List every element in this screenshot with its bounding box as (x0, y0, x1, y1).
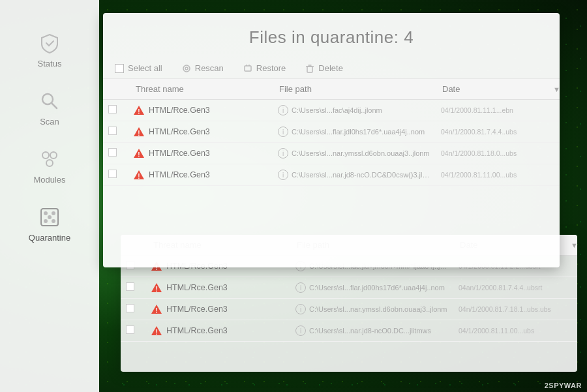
warning-icon: ! (151, 282, 162, 294)
sort-icon: ▼ (571, 241, 577, 249)
table-row[interactable]: ! HTML/Rce.Gen3 i C:\Users\sl...flar.jdl… (103, 121, 560, 143)
svg-rect-21 (245, 66, 251, 71)
row-date: 04an/1/2000.81.7.4.4..ubsrt (453, 284, 564, 292)
warning-icon: ! (133, 126, 145, 138)
svg-point-10 (48, 215, 52, 219)
rescan-item[interactable]: Rescan (182, 63, 224, 73)
sort-icon: ▼ (553, 85, 560, 93)
row-threat-cell: ! HTML/Rce.Gen3 (129, 147, 273, 159)
row-info-cell: i C:\Users\sl...nar.ymssl.d6obn.ouaaj3..… (290, 304, 453, 314)
info-icon[interactable]: i (295, 325, 306, 336)
svg-text:!: ! (138, 108, 140, 115)
row-threat-name: HTML/Rce.Gen3 (166, 305, 228, 314)
row-checkbox[interactable] (108, 105, 117, 113)
svg-point-3 (50, 152, 57, 158)
row-threat-name: HTML/Rce.Gen3 (149, 127, 210, 136)
row-checkbox[interactable] (108, 127, 117, 135)
sidebar-item-quarantine[interactable]: Quarantine (0, 194, 99, 252)
sidebar-item-modules[interactable]: Modules (0, 136, 99, 194)
toolbar: Select all Rescan Restore Delete (103, 58, 560, 79)
row-info-cell: i C:\Users\sl...fac\aj4dij..jlonm (273, 105, 436, 115)
warning-icon: ! (133, 104, 145, 116)
row-checkbox-cell[interactable] (103, 170, 129, 180)
col-date: Date (436, 84, 547, 94)
modules-icon (38, 147, 61, 171)
info-icon[interactable]: i (278, 148, 288, 158)
svg-point-20 (185, 67, 188, 70)
row-threat-cell: ! HTML/Rce.Gen3 (129, 126, 273, 138)
row-file-path: C:\Users\sl...nar.jd8-ncO0.DC...jlitmws (309, 327, 431, 335)
row-checkbox-cell[interactable] (103, 105, 129, 115)
svg-point-2 (42, 152, 49, 158)
table-row[interactable]: ! HTML/Rce.Gen3 i C:\Users\sl...flar.jd0… (121, 277, 577, 299)
row-info-cell: i C:\Users\sl...nar.ymssl.d6obn.ouaaj3..… (273, 148, 436, 158)
col-checkbox (103, 84, 129, 94)
delete-item[interactable]: Delete (305, 63, 343, 73)
svg-text:!: ! (138, 151, 140, 158)
svg-point-4 (46, 160, 53, 166)
sidebar-item-label: Scan (40, 117, 59, 127)
row-checkbox-cell[interactable] (103, 127, 129, 137)
warning-icon: ! (151, 303, 162, 315)
info-icon[interactable]: i (295, 304, 306, 314)
row-checkbox-cell[interactable] (121, 325, 147, 336)
row-threat-cell: ! HTML/Rce.Gen3 (129, 104, 273, 116)
svg-text:!: ! (155, 307, 157, 314)
select-all-checkbox[interactable] (115, 64, 124, 73)
row-info-cell: i C:\Users\sl...flar.jdl0hs17d6*.uaa4j4j… (273, 127, 436, 137)
svg-text:!: ! (155, 329, 157, 336)
table-row[interactable]: ! HTML/Rce.Gen3 i C:\Users\sl...nar.ymss… (103, 143, 560, 164)
info-icon[interactable]: i (278, 105, 288, 115)
table-row[interactable]: ! HTML/Rce.Gen3 i C:\Users\sl...fac\aj4d… (103, 100, 560, 121)
row-threat-name: HTML/Rce.Gen3 (149, 106, 210, 115)
row-date: 04n/1/2000.81.7.18.1..ubs.ubs (453, 305, 564, 313)
info-icon[interactable]: i (295, 282, 306, 293)
row-date: 04/1/2000.81.11.00...ubs (436, 171, 547, 179)
col-sort[interactable]: ▼ (564, 240, 577, 250)
row-checkbox[interactable] (126, 325, 134, 334)
svg-point-8 (44, 219, 48, 223)
col-threat-name: Threat name (129, 84, 273, 94)
warning-icon: ! (133, 169, 145, 181)
row-checkbox-cell[interactable] (121, 282, 147, 293)
svg-text:!: ! (138, 173, 140, 180)
row-threat-name: HTML/Rce.Gen3 (149, 170, 210, 179)
back-table-body: ! HTML/Rce.Gen3 i C:\Users\sl...fac.jlu+… (121, 256, 577, 342)
select-all-item[interactable]: Select all (115, 63, 162, 73)
row-threat-name: HTML/Rce.Gen3 (149, 149, 210, 158)
row-date: 04/1/2000.81.11.00...ubs (453, 327, 564, 335)
row-checkbox[interactable] (126, 304, 134, 312)
row-checkbox[interactable] (126, 282, 134, 291)
table-row[interactable]: ! HTML/Rce.Gen3 i C:\Users\sl...nar.ymss… (121, 299, 577, 320)
watermark: 2SPYWAR (545, 382, 582, 389)
svg-line-1 (52, 103, 57, 108)
col-sort[interactable]: ▼ (547, 84, 560, 94)
select-all-label: Select all (128, 63, 162, 73)
row-info-cell: i C:\Users\sl...nar.jd8-ncO0.DC...jlitmw… (290, 325, 453, 336)
warning-icon: ! (133, 147, 145, 159)
rescan-label: Rescan (195, 63, 224, 73)
rescan-icon (182, 64, 191, 73)
row-checkbox[interactable] (108, 170, 117, 178)
row-checkbox-cell[interactable] (121, 304, 147, 314)
info-icon[interactable]: i (278, 127, 288, 137)
row-file-path: C:\Users\sl...nar.ymssl.d6obn.ouaaj3..jl… (309, 305, 447, 313)
row-file-path: C:\Users\sl...fac\aj4dij..jlonm (292, 106, 382, 114)
sidebar-item-label: Quarantine (29, 233, 70, 243)
table-row[interactable]: ! HTML/Rce.Gen3 i C:\Users\sl...nar.jd8-… (121, 320, 577, 342)
row-checkbox[interactable] (108, 148, 117, 157)
delete-label: Delete (318, 63, 343, 73)
sidebar-item-scan[interactable]: Scan (0, 78, 99, 136)
search-icon (38, 89, 61, 113)
delete-icon (305, 64, 314, 73)
info-icon[interactable]: i (278, 170, 288, 180)
row-file-path: C:\Users\sl...nar.jd8-ncO.DC&D0csw()3.jl… (292, 171, 430, 179)
row-file-path: C:\Users\sl...flar.jd00hs17d6*.uaa4j4j..… (309, 284, 445, 292)
table-row[interactable]: ! HTML/Rce.Gen3 i C:\Users\sl...nar.jd8-… (103, 164, 560, 186)
sidebar-item-label: Modules (33, 175, 65, 185)
svg-point-19 (183, 65, 190, 72)
svg-text:!: ! (155, 286, 157, 293)
row-checkbox-cell[interactable] (103, 148, 129, 158)
sidebar-item-status[interactable]: Status (0, 20, 99, 78)
restore-item[interactable]: Restore (243, 63, 286, 73)
